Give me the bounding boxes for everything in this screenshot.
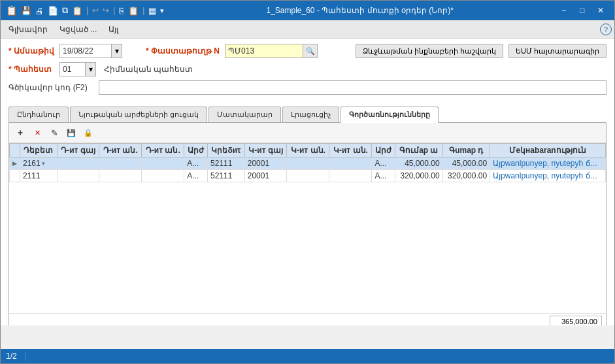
tab-materials[interactable]: Նյութական արժեքների ցուցակ xyxy=(70,107,207,122)
col-k-an1: Կ-ит ան. xyxy=(287,144,329,157)
doc-number-input[interactable] xyxy=(225,44,303,58)
menu-item-attached[interactable]: Կցված ... xyxy=(54,22,102,37)
help-icon[interactable]: ? xyxy=(600,24,612,35)
minimize-button[interactable]: − xyxy=(556,4,573,17)
col-note: Մeկнаbarаnություն xyxy=(490,144,606,157)
page-content: * Ամսաթիվ ▾ * Փաստաթուղթ N 🔍 Ձևջևաթման ի… xyxy=(1,39,614,325)
tb-undo-icon[interactable]: ↩ xyxy=(92,6,99,15)
col-kredit: Կրեδиτ xyxy=(208,144,245,157)
lock-button[interactable]: 🔒 xyxy=(81,125,95,140)
tab-general[interactable]: Ընդհանուր xyxy=(8,107,69,122)
page-info: 1/2 xyxy=(6,352,17,361)
tb-grid-icon[interactable]: ▦ xyxy=(148,6,156,16)
cell-k-an2 xyxy=(329,157,372,170)
cell-sum-d: 320,000.00 xyxy=(442,170,490,182)
cell-sum-a: 45,000.00 xyxy=(395,157,443,170)
col-k-an2: Կ-ит ան. xyxy=(329,144,372,157)
edit-icon: ✎ xyxy=(51,128,58,138)
cell-k-curr: A... xyxy=(372,170,395,182)
tab-additional[interactable]: Լրացուցիչ xyxy=(282,107,339,122)
add-row-button[interactable]: + xyxy=(13,125,27,140)
tab-supplier[interactable]: Մատակարար xyxy=(208,107,281,122)
cell-note: Այpwanlpunyeр, nyuteрyh ճ... xyxy=(490,170,606,182)
cell-k-qty: 20001 xyxy=(244,170,287,182)
col-sum-a: Գումар ա xyxy=(395,144,443,157)
save-row-button[interactable]: 💾 xyxy=(64,125,78,140)
cell-sum-a: 320,000.00 xyxy=(395,170,443,182)
cell-k-qty: 20001 xyxy=(244,157,287,170)
col-k-qty: Կ-ит գայ xyxy=(244,144,287,157)
date-dropdown-icon[interactable]: ▾ xyxy=(112,44,122,58)
titlebar: 📋 💾 🖨 📄 ⧉ 📋 | ↩ ↪ | ⎘ 📋 | ▦ ▾ 1_Sample_6… xyxy=(1,1,614,20)
note-label: Գծիկավոր կոդ (F2) xyxy=(8,83,93,92)
warehouse-code-input[interactable] xyxy=(59,62,86,76)
data-table: Դեբետ Դ-ит գայ Դ-ит ան. Դ-ит ան. Արժ Կրե… xyxy=(9,143,606,182)
cell-d-curr: A... xyxy=(184,157,208,170)
tb-print-icon[interactable]: 🖨 xyxy=(35,6,44,16)
total-row: 365,000.00 xyxy=(9,313,606,325)
date-input[interactable] xyxy=(59,44,112,58)
warehouse-dropdown-icon[interactable]: ▾ xyxy=(86,62,96,76)
tb-clipboard-icon[interactable]: 📋 xyxy=(128,6,139,16)
cell-sum-d: 45,000.00 xyxy=(442,157,490,170)
delete-row-button[interactable]: ✕ xyxy=(30,125,44,140)
generate-btn[interactable]: Ձևջևաթման ինքնաբերի հաշվարկ xyxy=(356,44,503,58)
tabs: Ընդհանուր Նյութական արժեքների ցուցակ Մատ… xyxy=(8,107,607,123)
cell-debet: 2111 xyxy=(20,170,58,182)
warehouse-name: Հիմնական պահեստ xyxy=(104,65,193,74)
col-d-qty: Դ-ит գայ xyxy=(57,144,99,157)
cell-d-an2 xyxy=(142,170,184,182)
lock-icon: 🔒 xyxy=(84,129,93,137)
tb-copy-icon[interactable]: ⎘ xyxy=(119,6,124,16)
col-k-curr: Արժ xyxy=(372,144,395,157)
edit-row-button[interactable]: ✎ xyxy=(47,125,61,140)
cell-d-an1 xyxy=(99,157,142,170)
tab-operations[interactable]: Գործառնությունները xyxy=(341,107,439,123)
col-debet: Դեբետ xyxy=(20,144,58,157)
maximize-button[interactable]: □ xyxy=(574,4,591,17)
cell-d-curr: A... xyxy=(184,170,208,182)
doc-label: * Փաստաթուղթ N xyxy=(146,46,220,56)
esm-btn[interactable]: ԵՍՄ հայտարարագիր xyxy=(508,44,607,58)
col-d-curr: Արժ xyxy=(184,144,208,157)
tb-multi-icon[interactable]: ⧉ xyxy=(62,5,68,16)
cell-kredit: 52111 xyxy=(208,157,245,170)
grid-area: + ✕ ✎ 💾 🔒 xyxy=(8,123,607,325)
menu-item-main[interactable]: Գլխավոր xyxy=(3,22,53,37)
total-value: 365,000.00 xyxy=(550,316,602,325)
delete-icon: ✕ xyxy=(35,129,41,137)
cell-d-qty xyxy=(57,170,99,182)
tb-paste-icon[interactable]: 📋 xyxy=(72,6,82,16)
cell-k-an1 xyxy=(287,170,329,182)
warehouse-label: * Պահեստ xyxy=(8,65,54,74)
app-title-icon: 📋 xyxy=(6,5,17,16)
add-icon: + xyxy=(18,127,23,138)
cell-kredit: 52111 xyxy=(208,170,245,182)
tb-dd-icon[interactable]: ▾ xyxy=(160,7,164,15)
cell-k-curr: A... xyxy=(372,157,395,170)
tb-copy-doc-icon[interactable]: 📄 xyxy=(48,6,58,16)
window-title: 1_Sample_60 - Պահեստի մուտքի օրդեր (Նոր)… xyxy=(266,6,453,15)
grid-toolbar: + ✕ ✎ 💾 🔒 xyxy=(9,123,606,143)
cell-d-an1 xyxy=(99,170,142,182)
cell-k-an1 xyxy=(287,157,329,170)
close-button[interactable]: ✕ xyxy=(592,4,609,17)
menubar: Գլխավոր Կցված ... Այլ ? xyxy=(1,20,614,39)
tb-redo-icon[interactable]: ↪ xyxy=(103,6,109,15)
table-row[interactable]: 2111 A... 52111 20001 A... 320,000. xyxy=(10,170,606,182)
save-row-icon: 💾 xyxy=(67,129,76,137)
cell-d-an2 xyxy=(142,157,184,170)
footer-separator xyxy=(25,352,25,361)
doc-search-icon[interactable]: 🔍 xyxy=(303,44,318,58)
col-d-an1: Դ-ит ան. xyxy=(99,144,142,157)
menu-item-other[interactable]: Այլ xyxy=(103,22,124,37)
date-label: * Ամսաթիվ xyxy=(8,46,54,56)
cell-note: Այpwanlpunyeр, nyuteрyh ճ... xyxy=(490,157,606,170)
cell-debet: 2161 ▾ xyxy=(20,157,58,170)
cell-d-qty xyxy=(57,157,99,170)
tb-save-icon[interactable]: 💾 xyxy=(21,6,31,16)
grid-data: Դեբետ Դ-ит գայ Դ-ит ան. Դ-ит ան. Արժ Կրե… xyxy=(9,143,606,313)
cell-k-an2 xyxy=(329,170,372,182)
barcode-input[interactable] xyxy=(99,80,607,95)
table-row[interactable]: ▶ 2161 ▾ A... xyxy=(10,157,606,170)
